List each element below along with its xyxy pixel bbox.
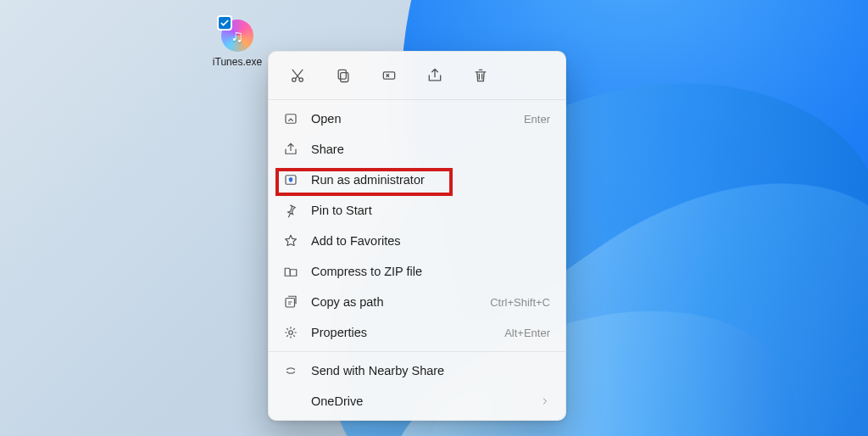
menu-item-copy-as-path[interactable]: Copy as path Ctrl+Shift+C	[269, 287, 565, 317]
menu-label: Compress to ZIP file	[311, 265, 538, 278]
separator	[269, 351, 565, 352]
menu-item-compress-zip[interactable]: Compress to ZIP file	[269, 256, 565, 287]
menu-label: Send with Nearby Share	[311, 364, 550, 377]
menu-label: Pin to Start	[311, 204, 538, 217]
menu-label: Copy as path	[311, 295, 478, 309]
share-icon[interactable]	[423, 64, 447, 87]
itunes-icon: ♫	[219, 17, 256, 54]
copy-path-icon	[282, 293, 299, 310]
shield-admin-icon	[282, 171, 299, 188]
menu-label: Properties	[311, 326, 492, 339]
quick-actions-row	[269, 52, 565, 96]
copy-icon[interactable]	[331, 64, 355, 87]
delete-icon[interactable]	[469, 64, 492, 87]
svg-point-8	[289, 331, 293, 335]
context-menu: Open Enter Share Run as administrator Pi…	[268, 51, 566, 421]
menu-item-nearby-share[interactable]: Send with Nearby Share	[269, 355, 565, 386]
desktop-wallpaper[interactable]: ♫ iTunes.exe	[0, 0, 868, 436]
menu-item-pin-to-start[interactable]: Pin to Start	[269, 195, 565, 226]
menu-shortcut: Ctrl+Shift+C	[490, 296, 550, 309]
menu-label: Share	[311, 143, 538, 156]
svg-rect-4	[383, 72, 394, 79]
menu-item-share[interactable]: Share	[269, 134, 565, 165]
menu-label: Add to Favorites	[311, 234, 538, 248]
cut-icon[interactable]	[286, 64, 309, 87]
svg-rect-2	[341, 73, 348, 82]
menu-item-add-to-favorites[interactable]: Add to Favorites	[269, 226, 565, 256]
svg-rect-3	[338, 70, 346, 79]
nearby-share-icon	[282, 362, 299, 379]
menu-shortcut: Alt+Enter	[504, 327, 550, 339]
menu-label: OneDrive	[311, 394, 528, 408]
menu-item-properties[interactable]: Properties Alt+Enter	[269, 317, 565, 348]
star-icon	[282, 232, 299, 249]
pin-icon	[282, 202, 299, 219]
svg-rect-7	[286, 299, 295, 308]
menu-item-open[interactable]: Open Enter	[269, 103, 565, 134]
menu-label: Open	[311, 112, 512, 126]
menu-item-onedrive[interactable]: OneDrive	[269, 386, 565, 416]
selected-check-icon	[217, 15, 232, 31]
desktop-file-icon[interactable]: ♫ iTunes.exe	[208, 17, 267, 68]
open-app-icon	[282, 110, 299, 127]
chevron-right-icon	[540, 396, 550, 406]
desktop-file-label: iTunes.exe	[211, 56, 264, 68]
menu-shortcut: Enter	[524, 113, 550, 126]
menu-item-run-as-administrator[interactable]: Run as administrator	[269, 165, 565, 195]
zip-folder-icon	[282, 263, 299, 280]
menu-label: Run as administrator	[311, 173, 538, 187]
share-outline-icon	[282, 141, 299, 158]
rename-icon[interactable]	[377, 64, 401, 87]
separator	[269, 99, 565, 100]
properties-gear-icon	[282, 324, 299, 341]
